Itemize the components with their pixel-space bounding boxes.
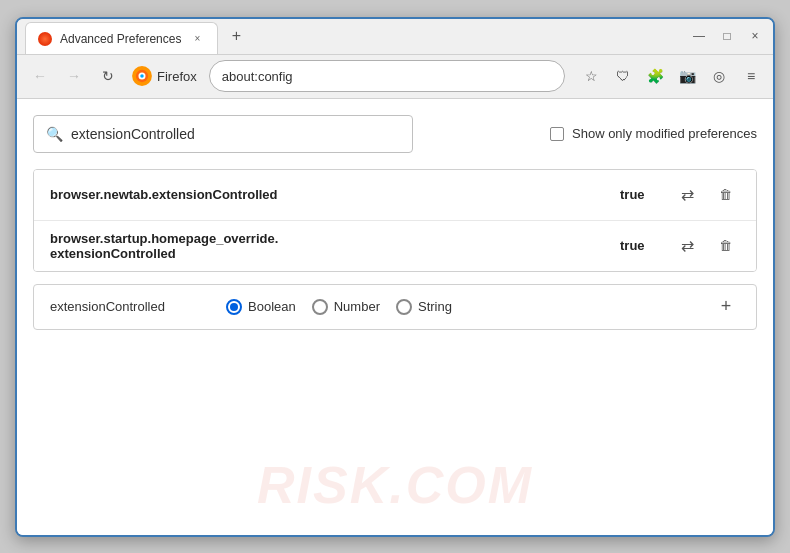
pref-value-2: true <box>620 238 660 253</box>
menu-icon[interactable]: ≡ <box>737 62 765 90</box>
table-row: browser.startup.homepage_override. exten… <box>34 221 756 271</box>
tab-favicon <box>38 32 52 46</box>
number-radio-outer <box>312 299 328 315</box>
boolean-radio-inner <box>230 303 238 311</box>
back-button[interactable]: ← <box>25 61 55 91</box>
type-number-radio[interactable]: Number <box>312 299 380 315</box>
search-icon: 🔍 <box>46 126 63 142</box>
delete-button-2[interactable] <box>710 231 740 261</box>
reload-button[interactable]: ↻ <box>93 61 123 91</box>
show-modified-toggle[interactable]: Show only modified preferences <box>550 126 757 141</box>
add-pref-button[interactable]: + <box>712 293 740 321</box>
forward-button[interactable]: → <box>59 61 89 91</box>
nav-icons: ☆ 🛡 🧩 📷 ◎ ≡ <box>577 62 765 90</box>
swap-button-2[interactable] <box>672 231 702 261</box>
profile-icon[interactable]: ◎ <box>705 62 733 90</box>
row-1-actions <box>672 180 740 210</box>
pref-name-2: browser.startup.homepage_override. exten… <box>50 231 608 261</box>
maximize-button[interactable]: □ <box>717 26 737 46</box>
string-radio-outer <box>396 299 412 315</box>
screenshot-icon[interactable]: 📷 <box>673 62 701 90</box>
results-table: browser.newtab.extensionControlled true … <box>33 169 757 272</box>
type-boolean-radio[interactable]: Boolean <box>226 299 296 315</box>
extension-icon[interactable]: 🧩 <box>641 62 669 90</box>
row-2-actions <box>672 231 740 261</box>
pref-name-1: browser.newtab.extensionControlled <box>50 187 608 202</box>
shield-icon[interactable]: 🛡 <box>609 62 637 90</box>
tab-close-btn[interactable]: × <box>189 31 205 47</box>
firefox-logo-icon <box>131 65 153 87</box>
watermark: RISK.COM <box>257 455 533 515</box>
browser-tab[interactable]: Advanced Preferences × <box>25 22 218 54</box>
delete-button-1[interactable] <box>710 180 740 210</box>
boolean-radio-outer <box>226 299 242 315</box>
search-bar: 🔍 Show only modified preferences <box>33 115 757 153</box>
type-radio-group: Boolean Number String <box>226 299 696 315</box>
show-modified-checkbox[interactable] <box>550 127 564 141</box>
search-input-wrap: 🔍 <box>33 115 413 153</box>
address-text: about:config <box>222 69 552 84</box>
window-controls: — □ × <box>689 26 765 46</box>
swap-button-1[interactable] <box>672 180 702 210</box>
new-pref-name: extensionControlled <box>50 299 210 314</box>
search-input[interactable] <box>71 126 400 142</box>
string-label: String <box>418 299 452 314</box>
minimize-button[interactable]: — <box>689 26 709 46</box>
table-row: browser.newtab.extensionControlled true <box>34 170 756 221</box>
page-content: RISK.COM 🔍 Show only modified preference… <box>17 99 773 535</box>
new-tab-button[interactable]: + <box>222 22 250 50</box>
nav-bar: ← → ↻ Firefox about:config ☆ 🛡 🧩 📷 ◎ ≡ <box>17 55 773 99</box>
svg-point-3 <box>140 74 144 78</box>
boolean-label: Boolean <box>248 299 296 314</box>
firefox-label: Firefox <box>157 69 197 84</box>
address-bar[interactable]: about:config <box>209 60 565 92</box>
new-pref-row: extensionControlled Boolean Number <box>33 284 757 330</box>
number-label: Number <box>334 299 380 314</box>
browser-window: Advanced Preferences × + — □ × ← → ↻ Fir… <box>15 17 775 537</box>
close-button[interactable]: × <box>745 26 765 46</box>
bookmark-star-icon[interactable]: ☆ <box>577 62 605 90</box>
type-string-radio[interactable]: String <box>396 299 452 315</box>
title-bar: Advanced Preferences × + — □ × <box>17 19 773 55</box>
pref-value-1: true <box>620 187 660 202</box>
show-modified-label: Show only modified preferences <box>572 126 757 141</box>
tab-title: Advanced Preferences <box>60 32 181 46</box>
